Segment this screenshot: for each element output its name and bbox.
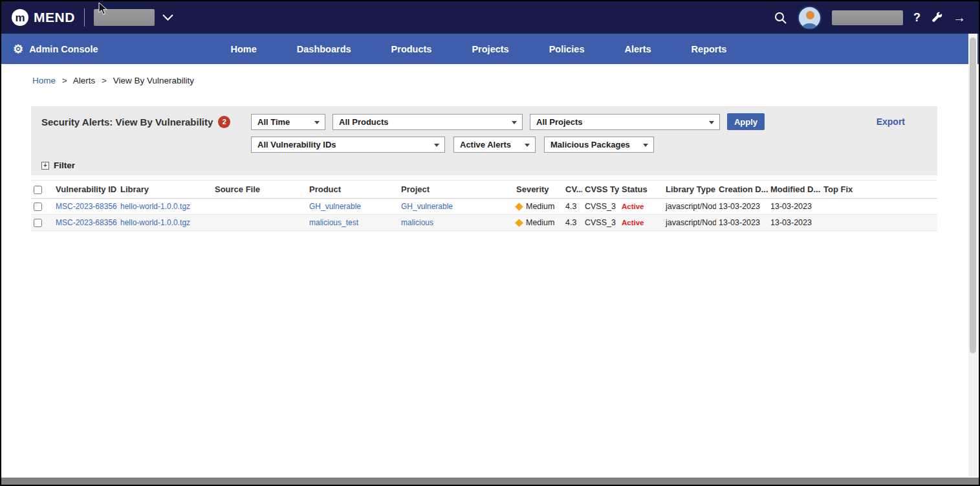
- search-icon[interactable]: [774, 11, 787, 25]
- vulnerability-id-link[interactable]: MSC-2023-68356: [56, 218, 117, 227]
- col-product[interactable]: Product: [307, 181, 398, 199]
- nav-items: Home Dashboards Products Projects Polici…: [230, 44, 726, 54]
- mend-logo-icon: m: [12, 9, 28, 26]
- modified-date-cell: 13-03-2023: [768, 199, 821, 215]
- main-nav: ⚙ Admin Console Home Dashboards Products…: [1, 34, 979, 64]
- severity-label: Medium: [526, 218, 554, 227]
- caret-down-icon: [709, 121, 714, 124]
- gear-icon: ⚙: [13, 43, 23, 55]
- library-link[interactable]: hello-world-1.0.0.tgz: [120, 202, 190, 211]
- nav-home[interactable]: Home: [230, 44, 256, 54]
- col-select-all: [31, 181, 53, 199]
- cvss-type-cell: CVSS_3: [582, 199, 619, 215]
- vulnerability-id-link[interactable]: MSC-2023-68356: [56, 202, 117, 211]
- col-cvss-score[interactable]: CV...: [563, 181, 582, 199]
- admin-console[interactable]: ⚙ Admin Console: [13, 43, 98, 55]
- chevron-down-icon[interactable]: [162, 14, 173, 21]
- library-link[interactable]: hello-world-1.0.0.tgz: [120, 218, 190, 227]
- projects-filter-value: All Projects: [536, 117, 583, 127]
- help-icon[interactable]: ?: [913, 11, 920, 25]
- col-library[interactable]: Library: [118, 181, 212, 199]
- creation-date-cell: 13-03-2023: [716, 199, 768, 215]
- col-top-fix[interactable]: Top Fix: [821, 181, 937, 199]
- breadcrumb: Home > Alerts > View By Vulnerability: [1, 64, 979, 85]
- severity-medium-icon: [515, 219, 523, 227]
- logout-arrow-icon[interactable]: →: [953, 10, 966, 25]
- col-modified-date[interactable]: Modified D...: [768, 181, 821, 199]
- col-severity[interactable]: Severity: [514, 181, 563, 199]
- projects-filter-select[interactable]: All Projects: [530, 114, 720, 130]
- col-status[interactable]: Status: [619, 181, 663, 199]
- breadcrumb-separator: >: [102, 76, 107, 85]
- project-link[interactable]: malicious: [401, 218, 433, 227]
- filter-expander[interactable]: + Filter: [41, 160, 928, 170]
- table-header-row: Vulnerability ID Library Source File Pro…: [31, 181, 937, 199]
- scrollbar[interactable]: [968, 34, 977, 477]
- expand-plus-icon: +: [41, 162, 49, 170]
- nav-products[interactable]: Products: [391, 44, 432, 54]
- row-checkbox[interactable]: [34, 219, 42, 227]
- window-bottom-edge: [1, 478, 979, 485]
- col-library-type[interactable]: Library Type: [663, 181, 716, 199]
- nav-projects[interactable]: Projects: [472, 44, 508, 54]
- cvss-score-cell: 4.3: [563, 199, 582, 215]
- project-link[interactable]: GH_vulnerable: [401, 202, 453, 211]
- alert-type-value: Malicious Packages: [550, 140, 630, 149]
- time-filter-select[interactable]: All Time: [251, 114, 325, 130]
- nav-reports[interactable]: Reports: [691, 44, 727, 54]
- breadcrumb-home[interactable]: Home: [32, 76, 56, 85]
- nav-alerts[interactable]: Alerts: [624, 44, 651, 54]
- alert-count-badge: 2: [218, 116, 230, 128]
- brand-name: MEND: [34, 10, 75, 25]
- scrollbar-thumb[interactable]: [970, 38, 976, 353]
- caret-down-icon: [643, 144, 648, 147]
- col-cvss-type[interactable]: CVSS Ty...: [582, 181, 619, 199]
- modified-date-cell: 13-03-2023: [768, 215, 821, 231]
- avatar[interactable]: [798, 6, 822, 30]
- caret-down-icon: [512, 121, 517, 124]
- mend-logo[interactable]: m MEND: [12, 9, 75, 26]
- severity-medium-icon: [515, 203, 523, 211]
- alert-status-value: Active Alerts: [460, 140, 511, 149]
- row-checkbox[interactable]: [34, 203, 42, 211]
- col-vulnerability-id[interactable]: Vulnerability ID: [53, 181, 118, 199]
- alerts-table: Vulnerability ID Library Source File Pro…: [31, 180, 937, 231]
- creation-date-cell: 13-03-2023: [716, 215, 768, 231]
- org-selector-redacted[interactable]: [94, 9, 155, 26]
- avatar-body: [802, 23, 817, 30]
- wrench-icon[interactable]: [931, 12, 942, 23]
- admin-console-label: Admin Console: [29, 44, 98, 54]
- col-source-file[interactable]: Source File: [212, 181, 307, 199]
- product-link[interactable]: malicious_test: [309, 218, 358, 227]
- app-window: m MEND ? →: [0, 0, 980, 486]
- caret-down-icon: [525, 144, 530, 147]
- topbar-right: ? →: [774, 6, 966, 30]
- time-filter-value: All Time: [257, 117, 290, 127]
- source-file-cell: [212, 199, 307, 215]
- col-creation-date[interactable]: Creation D...: [716, 181, 768, 199]
- apply-button[interactable]: Apply: [727, 113, 765, 130]
- vulnerability-ids-select[interactable]: All Vulnerability IDs: [251, 137, 445, 153]
- filter-expander-label: Filter: [54, 160, 75, 170]
- filter-row-2: All Vulnerability IDs Active Alerts Mali…: [251, 137, 928, 153]
- filter-row-1: Security Alerts: View By Vulnerability 2…: [41, 113, 928, 130]
- caret-down-icon: [314, 121, 320, 124]
- product-link[interactable]: GH_vulnerable: [309, 202, 361, 211]
- alert-status-select[interactable]: Active Alerts: [453, 137, 536, 153]
- status-badge: Active: [622, 219, 644, 226]
- select-all-checkbox[interactable]: [34, 186, 42, 194]
- topbar: m MEND ? →: [1, 1, 979, 34]
- top-fix-cell: [821, 199, 937, 215]
- alert-type-select[interactable]: Malicious Packages: [544, 137, 654, 153]
- avatar-head: [806, 11, 814, 19]
- breadcrumb-alerts[interactable]: Alerts: [73, 76, 96, 85]
- nav-dashboards[interactable]: Dashboards: [297, 44, 351, 54]
- col-project[interactable]: Project: [398, 181, 514, 199]
- export-link[interactable]: Export: [877, 116, 905, 127]
- divider: [84, 8, 85, 27]
- products-filter-value: All Products: [339, 117, 389, 127]
- library-type-cell: javascript/Nod: [663, 215, 716, 231]
- nav-policies[interactable]: Policies: [549, 44, 585, 54]
- products-filter-select[interactable]: All Products: [332, 114, 523, 130]
- page-title: Security Alerts: View By Vulnerability: [41, 116, 213, 127]
